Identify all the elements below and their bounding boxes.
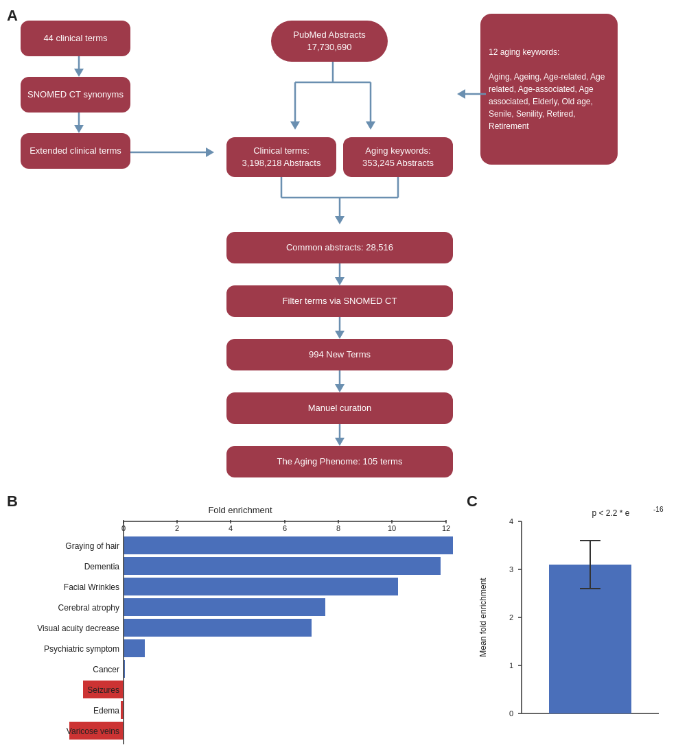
svg-text:8: 8	[336, 524, 340, 532]
y-axis-title: Mean fold enrichment	[478, 578, 488, 657]
aging-keywords-text: Aging keywords: 353,245 Abstracts	[362, 145, 434, 169]
box-aging-keywords: Aging keywords: 353,245 Abstracts	[343, 137, 453, 177]
p-value-exp: -16	[653, 506, 664, 513]
p-value-text: p < 2.2 * e	[592, 508, 629, 518]
bar-visual-acuity	[124, 619, 312, 637]
box-common-abstracts: Common abstracts: 28,516	[226, 232, 453, 263]
box-snomed: SNOMED CT synonyms	[21, 77, 130, 113]
x-axis-title: Fold enrichment	[208, 505, 272, 515]
svg-text:4: 4	[229, 524, 233, 532]
svg-text:3: 3	[509, 565, 513, 574]
svg-text:10: 10	[388, 524, 396, 532]
arrow-clinical-snomed	[74, 56, 84, 77]
svg-text:Cerebral atrophy: Cerebral atrophy	[58, 603, 119, 613]
box-aging-keywords-list: 12 aging keywords: Aging, Ageing, Age-re…	[480, 14, 618, 165]
clinical-abstracts-text: Clinical terms: 3,198,218 Abstracts	[242, 145, 321, 169]
snomed-text: SNOMED CT synonyms	[27, 88, 124, 101]
svg-marker-3	[74, 125, 84, 133]
aging-keywords-list-text: 12 aging keywords: Aging, Ageing, Age-re…	[489, 46, 609, 132]
svg-text:1: 1	[509, 661, 513, 670]
svg-marker-18	[335, 216, 345, 224]
svg-marker-5	[206, 147, 214, 157]
new-terms-text: 994 New Terms	[309, 349, 371, 361]
arrow-manuel-phenome	[335, 424, 345, 446]
box-clinical-terms: 44 clinical terms	[21, 21, 130, 56]
svg-marker-11	[366, 121, 375, 130]
svg-text:4: 4	[509, 517, 513, 525]
svg-marker-13	[457, 89, 465, 99]
arrow-extended-clinical	[130, 147, 220, 157]
svg-marker-9	[290, 121, 300, 130]
box-pubmed: PubMed Abstracts 17,730,690	[271, 21, 388, 62]
arrow-snomed-extended	[74, 113, 84, 133]
svg-marker-26	[335, 438, 345, 446]
svg-text:Dementia: Dementia	[84, 562, 120, 571]
bar-chart-svg: Fold enrichment 0 2 4 6 8 10 12 Grayi	[7, 501, 453, 748]
svg-text:6: 6	[283, 524, 287, 532]
panel-a: 44 clinical terms SNOMED CT synonyms Ext…	[0, 0, 700, 439]
manuel-curation-text: Manuel curation	[308, 402, 372, 414]
panel-b-chart: Fold enrichment 0 2 4 6 8 10 12 Grayi	[7, 501, 453, 748]
bar-dementia	[124, 557, 441, 575]
bar-graying-of-hair	[124, 536, 453, 554]
svg-text:Psychiatric symptom: Psychiatric symptom	[44, 644, 119, 654]
box-new-terms: 994 New Terms	[226, 339, 453, 370]
svg-text:Cancer: Cancer	[93, 665, 119, 674]
svg-text:Visual acuity decrease: Visual acuity decrease	[37, 624, 119, 633]
bar-facial-wrinkles	[124, 578, 398, 595]
pubmed-text: PubMed Abstracts 17,730,690	[293, 29, 366, 54]
bar-chart-c-svg: p < 2.2 * e -16 0 1 2 3 4 Mean fold enri…	[474, 501, 686, 748]
svg-marker-1	[74, 69, 84, 77]
box-filter-terms: Filter terms via SNOMED CT	[226, 285, 453, 317]
svg-text:12: 12	[442, 524, 450, 532]
svg-text:Varicose veins: Varicose veins	[67, 727, 119, 736]
box-clinical-abstracts: Clinical terms: 3,198,218 Abstracts	[226, 137, 336, 177]
common-abstracts-text: Common abstracts: 28,516	[286, 241, 393, 254]
svg-marker-22	[335, 331, 345, 339]
box-extended: Extended clinical terms	[21, 133, 130, 169]
aging-phenome-text: The Aging Phenome: 105 terms	[277, 456, 403, 468]
svg-text:Graying of hair: Graying of hair	[65, 541, 119, 551]
bar-psychiatric	[124, 639, 145, 657]
svg-text:Facial Wrinkles: Facial Wrinkles	[64, 582, 119, 592]
svg-text:2: 2	[175, 524, 179, 532]
arrow-merge-common	[226, 177, 453, 232]
box-manuel-curation: Manuel curation	[226, 392, 453, 424]
filter-terms-text: Filter terms via SNOMED CT	[283, 295, 397, 307]
bar-cerebral-atrophy	[124, 598, 325, 616]
arrow-pubmed-split	[275, 62, 391, 137]
svg-text:Seizures: Seizures	[87, 685, 119, 695]
arrow-list-aging	[453, 89, 487, 99]
svg-text:Edema: Edema	[93, 706, 119, 716]
svg-marker-24	[335, 384, 345, 392]
panel-c-chart: p < 2.2 * e -16 0 1 2 3 4 Mean fold enri…	[474, 501, 686, 748]
arrow-common-filter	[335, 263, 345, 285]
arrow-new-manuel	[335, 370, 345, 392]
arrow-filter-new	[335, 317, 345, 339]
clinical-terms-text: 44 clinical terms	[43, 32, 107, 45]
svg-text:2: 2	[509, 613, 513, 622]
extended-text: Extended clinical terms	[30, 145, 121, 157]
box-aging-phenome: The Aging Phenome: 105 terms	[226, 446, 453, 477]
svg-marker-20	[335, 277, 345, 285]
svg-text:0: 0	[509, 709, 513, 718]
